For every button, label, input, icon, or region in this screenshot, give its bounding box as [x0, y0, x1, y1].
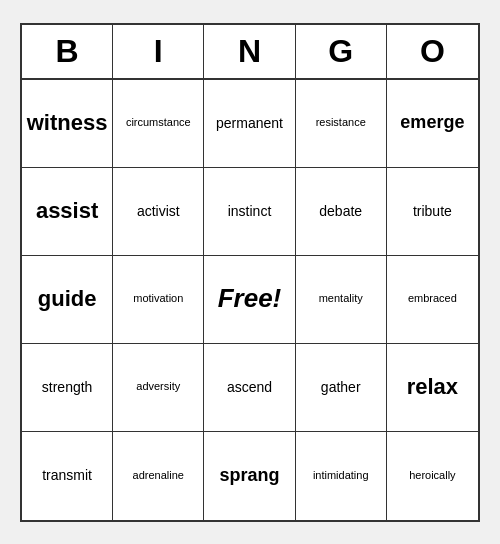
cell-text-13: mentality — [319, 292, 363, 305]
cell-text-20: transmit — [42, 467, 92, 484]
bingo-cell-10[interactable]: guide — [22, 256, 113, 344]
cell-text-18: gather — [321, 379, 361, 396]
bingo-cell-8[interactable]: debate — [296, 168, 387, 256]
cell-text-10: guide — [38, 286, 97, 312]
cell-text-5: assist — [36, 198, 98, 224]
header-letter-b: B — [22, 25, 113, 78]
bingo-cell-9[interactable]: tribute — [387, 168, 478, 256]
bingo-card: BINGO witnesscircumstancepermanentresist… — [20, 23, 480, 522]
bingo-cell-18[interactable]: gather — [296, 344, 387, 432]
bingo-cell-17[interactable]: ascend — [204, 344, 295, 432]
bingo-grid: witnesscircumstancepermanentresistanceem… — [22, 80, 478, 520]
cell-text-7: instinct — [228, 203, 272, 220]
cell-text-12: Free! — [218, 283, 282, 314]
bingo-cell-12[interactable]: Free! — [204, 256, 295, 344]
bingo-cell-5[interactable]: assist — [22, 168, 113, 256]
cell-text-19: relax — [407, 374, 458, 400]
header-letter-g: G — [296, 25, 387, 78]
bingo-cell-2[interactable]: permanent — [204, 80, 295, 168]
cell-text-16: adversity — [136, 380, 180, 393]
bingo-cell-21[interactable]: adrenaline — [113, 432, 204, 520]
cell-text-15: strength — [42, 379, 93, 396]
bingo-cell-13[interactable]: mentality — [296, 256, 387, 344]
header-letter-n: N — [204, 25, 295, 78]
bingo-cell-22[interactable]: sprang — [204, 432, 295, 520]
cell-text-22: sprang — [219, 465, 279, 487]
bingo-cell-1[interactable]: circumstance — [113, 80, 204, 168]
cell-text-11: motivation — [133, 292, 183, 305]
bingo-cell-16[interactable]: adversity — [113, 344, 204, 432]
cell-text-8: debate — [319, 203, 362, 220]
cell-text-17: ascend — [227, 379, 272, 396]
bingo-cell-0[interactable]: witness — [22, 80, 113, 168]
bingo-cell-11[interactable]: motivation — [113, 256, 204, 344]
cell-text-1: circumstance — [126, 116, 191, 129]
bingo-cell-7[interactable]: instinct — [204, 168, 295, 256]
bingo-cell-23[interactable]: intimidating — [296, 432, 387, 520]
bingo-cell-19[interactable]: relax — [387, 344, 478, 432]
cell-text-6: activist — [137, 203, 180, 220]
bingo-cell-6[interactable]: activist — [113, 168, 204, 256]
cell-text-4: emerge — [400, 112, 464, 134]
bingo-cell-14[interactable]: embraced — [387, 256, 478, 344]
header-letter-i: I — [113, 25, 204, 78]
cell-text-9: tribute — [413, 203, 452, 220]
bingo-cell-15[interactable]: strength — [22, 344, 113, 432]
bingo-header: BINGO — [22, 25, 478, 80]
bingo-cell-3[interactable]: resistance — [296, 80, 387, 168]
cell-text-3: resistance — [316, 116, 366, 129]
bingo-cell-24[interactable]: heroically — [387, 432, 478, 520]
bingo-cell-20[interactable]: transmit — [22, 432, 113, 520]
cell-text-21: adrenaline — [133, 469, 184, 482]
header-letter-o: O — [387, 25, 478, 78]
cell-text-23: intimidating — [313, 469, 369, 482]
cell-text-2: permanent — [216, 115, 283, 132]
cell-text-0: witness — [27, 110, 108, 136]
cell-text-24: heroically — [409, 469, 455, 482]
bingo-cell-4[interactable]: emerge — [387, 80, 478, 168]
cell-text-14: embraced — [408, 292, 457, 305]
